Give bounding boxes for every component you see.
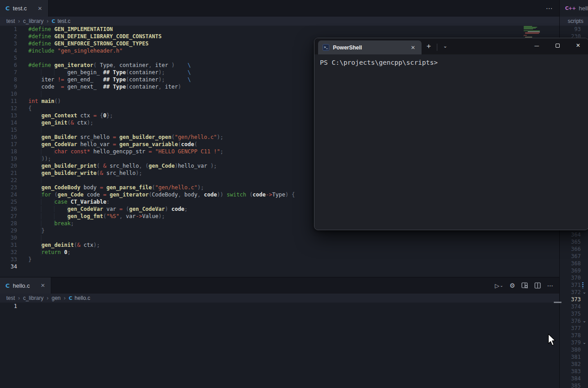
line-number: 15	[0, 126, 17, 134]
breadcrumb-item[interactable]: c_library	[23, 18, 43, 24]
settings-gear-button[interactable]: ⚙	[507, 281, 517, 290]
breadcrumb-separator: ›	[18, 18, 20, 24]
line-number: 4	[0, 47, 17, 54]
gutter-row: 378	[560, 332, 588, 339]
split-editor-icon	[534, 282, 541, 289]
line-number: 364	[560, 231, 581, 238]
fold-chevron-icon[interactable]: ⌄	[581, 339, 588, 346]
line-number: 5	[0, 54, 17, 62]
line-number: 375	[560, 310, 581, 317]
maximize-button[interactable]	[547, 38, 568, 53]
line-number: 10	[0, 90, 17, 98]
line-number: 21	[0, 169, 17, 177]
breadcrumb-separator: ›	[18, 295, 20, 301]
code-editor-hello-c[interactable]: 1	[0, 303, 559, 388]
gutter-row: 385	[560, 382, 588, 388]
terminal-prompt: PS C:\projects\gencpp\scripts>	[320, 58, 583, 67]
gutter-row: 368	[560, 260, 588, 267]
open-preview-icon	[521, 282, 528, 289]
breadcrumb-item-file[interactable]: test.c	[58, 18, 71, 24]
more-actions-button[interactable]: ⋯	[546, 0, 553, 17]
gutter-row: 375	[560, 310, 588, 317]
line-number: 374	[560, 303, 581, 310]
line-number: 372	[560, 289, 581, 296]
line-number: 383	[560, 368, 581, 375]
new-tab-button[interactable]: +	[422, 40, 436, 54]
line-number: 377	[560, 325, 581, 332]
right-editor-gutter: 364365366367368369370371372⌄373374375376…	[560, 231, 588, 388]
code-line[interactable]: 1#define GEN_IMPLEMENTATION	[0, 26, 559, 33]
code-line[interactable]: 30	[0, 234, 559, 241]
tab-hello-c[interactable]: C hello.c ✕	[0, 277, 51, 294]
code-line[interactable]: 31 gen_deinit(& ctx);	[0, 241, 559, 249]
fold-chevron-icon[interactable]: ⌄	[581, 317, 588, 325]
more-actions-button[interactable]: ⋯	[545, 281, 556, 290]
terminal-content[interactable]: PS C:\projects\gencpp\scripts>	[314, 54, 588, 71]
split-editor-button[interactable]	[533, 281, 543, 290]
gutter-row: 365	[560, 238, 588, 245]
line-number: 28	[0, 220, 17, 227]
breadcrumb-item-scripts[interactable]: scripts	[568, 18, 584, 24]
line-number: 19	[0, 155, 17, 162]
powershell-icon: >_	[323, 44, 329, 51]
line-number: 32	[0, 249, 17, 256]
terminal-tab-title: PowerShell	[333, 45, 362, 51]
tab-dropdown-button[interactable]: ⌄	[438, 40, 452, 54]
breadcrumb-separator: ›	[64, 295, 66, 301]
c-file-icon: C	[5, 5, 10, 12]
code-line[interactable]: 34	[0, 263, 559, 270]
line-number: 24	[0, 191, 17, 198]
close-terminal-tab-icon[interactable]: ✕	[409, 44, 417, 51]
run-or-debug-button[interactable]: ▷⌄	[493, 281, 505, 290]
gutter-row: 377	[560, 325, 588, 332]
c-file-icon: C	[5, 282, 10, 289]
breadcrumb-item-file[interactable]: hello.c	[75, 295, 90, 301]
line-number: 27	[0, 213, 17, 220]
line-number: 382	[560, 361, 581, 368]
close-window-button[interactable]: ✕	[568, 38, 588, 53]
gutter-row: 382	[560, 361, 588, 368]
tabbar-bottom: C hello.c ✕ ▷⌄ ⚙	[0, 277, 559, 294]
gutter-row: 372⌄	[560, 289, 588, 296]
gutter-row: 369	[560, 267, 588, 274]
line-number: 13	[0, 112, 17, 119]
fold-chevron-icon[interactable]: ⌄	[581, 289, 588, 296]
tabbar-top: C test.c ✕ ⋯	[0, 0, 559, 17]
line-number: 6	[0, 62, 17, 69]
line-number: 18	[0, 148, 17, 155]
gutter-row: 370	[560, 274, 588, 281]
breadcrumb-item[interactable]: gen	[52, 295, 61, 301]
line-number: 23	[0, 184, 17, 191]
breadcrumb-item[interactable]: c_library	[23, 295, 43, 301]
terminal-tab-powershell[interactable]: >_ PowerShell ✕	[318, 40, 422, 54]
tab-hello-cpp[interactable]: C++ hello	[560, 0, 588, 17]
breadcrumb-item[interactable]: test	[6, 295, 15, 301]
gutter-row: 379⌄	[560, 339, 588, 346]
line-number: 1	[0, 26, 17, 33]
minimize-button[interactable]: —	[526, 38, 547, 53]
tab-test-c[interactable]: C test.c ✕	[0, 0, 49, 17]
gutter-row: 380	[560, 346, 588, 353]
line-number: 16	[0, 134, 17, 141]
close-tab-icon[interactable]: ✕	[39, 281, 46, 290]
tab-label: test.c	[13, 5, 27, 12]
line-number: 368	[560, 260, 581, 267]
line-number: 2	[0, 33, 17, 40]
breadcrumb: scripts	[560, 17, 588, 26]
line-number: 376	[560, 317, 581, 325]
line-number: 22	[0, 177, 17, 184]
close-tab-icon[interactable]: ✕	[36, 4, 44, 13]
tab-label: hello	[579, 5, 588, 12]
line-number: 30	[0, 234, 17, 241]
c-file-icon: C	[69, 295, 72, 301]
line-number: 25	[0, 198, 17, 205]
code-line[interactable]: 32 return 0;	[0, 249, 559, 256]
line-number: 8	[0, 76, 17, 83]
run-icon: ▷	[495, 282, 499, 289]
code-line[interactable]: 33}	[0, 256, 559, 263]
terminal-titlebar[interactable]: >_ PowerShell ✕ + ⌄ — ✕	[314, 38, 588, 54]
scrollbar-thumb[interactable]	[554, 302, 561, 303]
breadcrumb-item[interactable]: test	[6, 18, 15, 24]
open-preview-button[interactable]	[520, 281, 530, 290]
code-line[interactable]: 1	[0, 303, 559, 310]
